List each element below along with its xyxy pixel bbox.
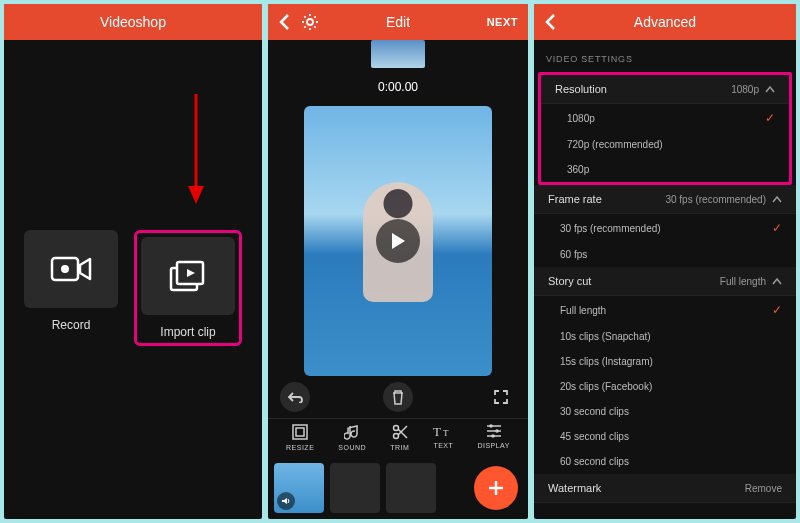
gear-icon[interactable] <box>302 14 318 30</box>
storycut-label: Story cut <box>548 275 591 287</box>
preview-controls <box>268 376 528 418</box>
import-highlight: Import clip <box>134 230 242 346</box>
clip-thumb-empty-2[interactable] <box>386 463 436 513</box>
video-preview[interactable] <box>304 106 492 376</box>
storycut-option-10s[interactable]: 10s clips (Snapchat) <box>534 324 796 349</box>
storycut-option-20s[interactable]: 20s clips (Facebook) <box>534 374 796 399</box>
storycut-value: Full length <box>720 276 766 287</box>
framerate-value: 30 fps (recommended) <box>665 194 766 205</box>
svg-point-13 <box>489 424 493 428</box>
text-icon: TT <box>433 423 453 439</box>
chevron-up-icon <box>772 278 782 285</box>
check-icon: ✓ <box>772 221 782 235</box>
welcome-actions: Record Import clip <box>4 40 262 346</box>
timecode-display: 0:00.00 <box>268 72 528 102</box>
screen-welcome: Videoshop Record <box>4 4 262 519</box>
trash-icon <box>391 389 405 405</box>
resolution-label: Resolution <box>555 83 607 95</box>
add-clip-button[interactable] <box>474 466 518 510</box>
framerate-option-30[interactable]: 30 fps (recommended) ✓ <box>534 214 796 242</box>
section-header: VIDEO SETTINGS <box>534 50 796 72</box>
import-clip-icon <box>167 258 209 294</box>
framerate-row[interactable]: Frame rate 30 fps (recommended) <box>534 185 796 214</box>
advanced-title: Advanced <box>634 14 696 30</box>
edit-title: Edit <box>386 14 410 30</box>
framerate-label: Frame rate <box>548 193 602 205</box>
toolbar: RESIZE SOUND TRIM TT TEXT DISPLAY <box>268 418 528 457</box>
plus-icon <box>487 479 505 497</box>
svg-rect-8 <box>296 428 304 436</box>
edit-body: 0:00.00 RESIZE SOU <box>268 40 528 519</box>
back-icon[interactable] <box>278 14 290 30</box>
music-icon <box>344 423 360 441</box>
svg-point-6 <box>307 19 313 25</box>
check-icon: ✓ <box>772 303 782 317</box>
svg-rect-7 <box>293 425 307 439</box>
storycut-option-45s[interactable]: 45 second clips <box>534 424 796 449</box>
svg-point-3 <box>61 265 69 273</box>
timeline-thumbnail[interactable] <box>268 40 528 72</box>
watermark-label: Watermark <box>548 482 601 494</box>
resize-icon <box>291 423 309 441</box>
header-bar: Edit NEXT <box>268 4 528 40</box>
undo-button[interactable] <box>280 382 310 412</box>
scissors-icon <box>391 423 409 441</box>
svg-marker-1 <box>188 186 204 204</box>
resolution-option-360p[interactable]: 360p <box>541 157 789 182</box>
arrow-annotation-icon <box>186 94 206 204</box>
svg-text:T: T <box>443 428 449 438</box>
next-button[interactable]: NEXT <box>487 16 518 28</box>
header-bar: Videoshop <box>4 4 262 40</box>
watermark-value: Remove <box>745 483 782 494</box>
screen-edit: Edit NEXT 0:00.00 <box>268 4 528 519</box>
delete-button[interactable] <box>383 382 413 412</box>
settings-body: VIDEO SETTINGS Resolution 1080p 1080p ✓ … <box>534 40 796 513</box>
header-bar: Advanced <box>534 4 796 40</box>
resolution-row[interactable]: Resolution 1080p <box>541 75 789 104</box>
storycut-option-60s[interactable]: 60 second clips <box>534 449 796 474</box>
thumb-image <box>371 40 425 68</box>
storycut-option-15s[interactable]: 15s clips (Instagram) <box>534 349 796 374</box>
clip-thumb-empty-1[interactable] <box>330 463 380 513</box>
fullscreen-icon <box>494 390 508 404</box>
speaker-icon <box>281 496 291 506</box>
fullscreen-button[interactable] <box>486 382 516 412</box>
import-label: Import clip <box>141 325 235 339</box>
svg-text:T: T <box>433 424 441 439</box>
sliders-icon <box>485 423 503 439</box>
import-clip-button[interactable]: Import clip <box>141 237 235 339</box>
camera-icon <box>50 254 92 284</box>
tool-resize[interactable]: RESIZE <box>286 423 314 451</box>
tool-sound[interactable]: SOUND <box>338 423 366 451</box>
resolution-option-720p[interactable]: 720p (recommended) <box>541 132 789 157</box>
resolution-value: 1080p <box>731 84 759 95</box>
clip-thumb-1[interactable] <box>274 463 324 513</box>
watermark-row[interactable]: Watermark Remove <box>534 474 796 503</box>
app-title: Videoshop <box>100 14 166 30</box>
record-button[interactable]: Record <box>24 230 118 346</box>
back-icon[interactable] <box>544 14 556 30</box>
undo-icon <box>287 391 303 403</box>
tool-trim[interactable]: TRIM <box>390 423 409 451</box>
resolution-option-1080p[interactable]: 1080p ✓ <box>541 104 789 132</box>
storycut-option-30s[interactable]: 30 second clips <box>534 399 796 424</box>
tool-display[interactable]: DISPLAY <box>477 423 510 451</box>
storycut-option-full[interactable]: Full length ✓ <box>534 296 796 324</box>
tool-text[interactable]: TT TEXT <box>433 423 453 451</box>
screen-advanced: Advanced VIDEO SETTINGS Resolution 1080p… <box>534 4 796 519</box>
chevron-up-icon <box>765 86 775 93</box>
resolution-highlight: Resolution 1080p 1080p ✓ 720p (recommend… <box>538 72 792 185</box>
framerate-option-60[interactable]: 60 fps <box>534 242 796 267</box>
chevron-up-icon <box>772 196 782 203</box>
svg-point-15 <box>491 434 495 438</box>
svg-point-14 <box>495 429 499 433</box>
record-label: Record <box>24 318 118 332</box>
storycut-row[interactable]: Story cut Full length <box>534 267 796 296</box>
clip-tray <box>268 457 528 519</box>
play-icon <box>390 232 406 250</box>
play-button[interactable] <box>376 219 420 263</box>
check-icon: ✓ <box>765 111 775 125</box>
